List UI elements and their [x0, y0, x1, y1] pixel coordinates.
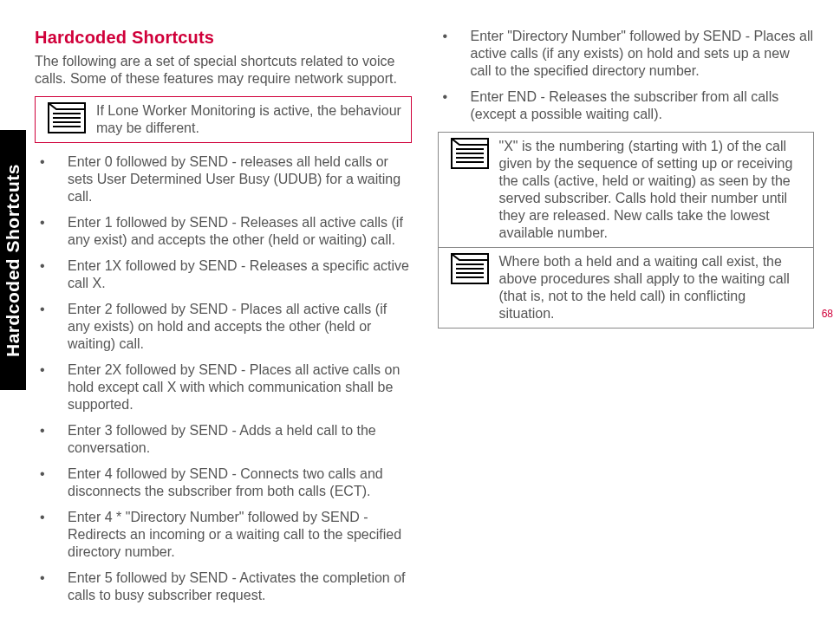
list-item: Enter 0 followed by SEND - releases all … — [35, 153, 412, 205]
note-text: "X" is the numbering (starting with 1) o… — [499, 133, 814, 247]
note-icon — [36, 97, 96, 142]
right-column: Enter "Directory Number" followed by SEN… — [438, 28, 815, 601]
list-item: Enter 1X followed by SEND - Releases a s… — [35, 257, 412, 292]
left-column: Hardcoded Shortcuts The following are a … — [35, 28, 412, 601]
page: Hardcoded Shortcuts 68 Hardcoded Shortcu… — [0, 0, 840, 618]
side-tab: Hardcoded Shortcuts — [0, 130, 26, 390]
note-box-conflict: Where both a held and a waiting call exi… — [438, 247, 815, 329]
note-icon — [439, 248, 499, 328]
note-text: If Lone Worker Monitoring is active, the… — [96, 97, 411, 142]
note-box-x-numbering: "X" is the numbering (starting with 1) o… — [438, 132, 815, 248]
list-item: Enter 3 followed by SEND - Adds a held c… — [35, 422, 412, 457]
shortcut-list-left: Enter 0 followed by SEND - releases all … — [35, 153, 412, 604]
page-number: 68 — [822, 308, 833, 320]
content-columns: Hardcoded Shortcuts The following are a … — [35, 28, 814, 601]
list-item: Enter END - Releases the subscriber from… — [438, 88, 815, 123]
note-text: Where both a held and a waiting call exi… — [499, 248, 814, 328]
list-item: Enter 2 followed by SEND - Places all ac… — [35, 301, 412, 353]
list-item: Enter "Directory Number" followed by SEN… — [438, 28, 815, 80]
list-item: Enter 5 followed by SEND - Activates the… — [35, 569, 412, 604]
list-item: Enter 4 followed by SEND - Connects two … — [35, 465, 412, 500]
section-title: Hardcoded Shortcuts — [35, 28, 412, 48]
list-item: Enter 2X followed by SEND - Places all a… — [35, 361, 412, 413]
note-box-lone-worker: If Lone Worker Monitoring is active, the… — [35, 96, 412, 143]
shortcut-list-right: Enter "Directory Number" followed by SEN… — [438, 28, 815, 123]
list-item: Enter 4 * "Directory Number" followed by… — [35, 509, 412, 561]
list-item: Enter 1 followed by SEND - Releases all … — [35, 214, 412, 249]
note-icon — [439, 133, 499, 247]
intro-paragraph: The following are a set of special short… — [35, 53, 412, 88]
